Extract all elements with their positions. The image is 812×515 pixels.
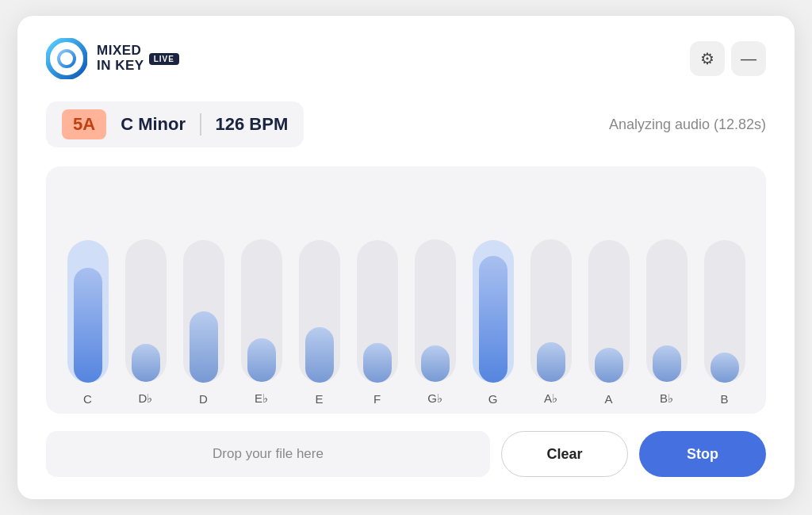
bottom-bar: Drop your file here Clear Stop (46, 431, 766, 477)
pitch-bar-label: E (315, 392, 323, 406)
pitch-bar-label: B♭ (660, 391, 673, 406)
pitch-bar-fill (247, 338, 276, 382)
minimize-button[interactable]: — (731, 41, 766, 76)
pitch-bar-item: G♭ (406, 239, 464, 406)
pitch-bar-fill (305, 327, 334, 383)
pitch-bar-item: A♭ (522, 239, 580, 406)
drop-zone-button[interactable]: Drop your file here (46, 431, 490, 477)
pitch-bar-label: D♭ (139, 391, 153, 406)
pitch-bar-item: B (695, 240, 753, 406)
pitch-bar-label: C (83, 392, 92, 406)
svg-point-0 (48, 40, 86, 78)
pitch-bar-track (67, 240, 109, 383)
pitch-bar-fill (537, 342, 565, 382)
pitch-bar-label: F (373, 392, 381, 406)
pitch-bar-item: C (59, 240, 117, 406)
pitch-bars-container: CD♭DE♭EFG♭GA♭AB♭B (46, 166, 766, 414)
pitch-bar-track (415, 239, 456, 382)
pitch-bar-item: E (290, 240, 348, 406)
pitch-bar-track (125, 239, 167, 382)
pitch-bar-item: A (580, 240, 638, 406)
pitch-bar-item: D♭ (117, 239, 174, 406)
pitch-bar-fill (421, 345, 450, 382)
clear-button[interactable]: Clear (501, 431, 628, 477)
pitch-bar-label: D (199, 392, 208, 406)
pitch-bar-fill (479, 256, 508, 383)
gear-icon: ⚙ (700, 49, 714, 68)
pitch-bar-label: A♭ (544, 391, 557, 406)
pitch-bar-track (183, 240, 224, 383)
pitch-bar-item: D (174, 240, 232, 406)
pitch-bar-label: B (720, 392, 728, 406)
pitch-bar-track (299, 240, 340, 383)
logo-area: MIXEDIN KEY LIVE (46, 38, 179, 79)
minimize-icon: — (741, 50, 756, 68)
pitch-bar-fill (74, 268, 102, 383)
app-window: MIXEDIN KEY LIVE ⚙ — 5A C Minor 126 BPM … (17, 16, 795, 499)
pitch-bar-label: G♭ (427, 391, 442, 406)
key-bpm-group: 5A C Minor 126 BPM (46, 101, 304, 147)
key-code-badge: 5A (62, 109, 106, 139)
pitch-bar-label: A (604, 392, 612, 406)
settings-button[interactable]: ⚙ (690, 41, 725, 76)
pitch-bar-fill (190, 311, 218, 383)
pitch-bar-fill (653, 345, 681, 382)
pitch-bar-fill (132, 344, 160, 382)
pitch-bar-track (357, 240, 398, 383)
pitch-bar-fill (595, 348, 623, 383)
key-name: C Minor (121, 114, 186, 135)
pitch-bar-track (704, 240, 745, 383)
bpm-value: 126 BPM (216, 114, 289, 135)
pitch-bar-item: E♭ (232, 239, 290, 406)
pitch-bar-track (473, 240, 514, 383)
logo-brand-group: MIXEDIN KEY LIVE (97, 44, 179, 73)
header-controls: ⚙ — (690, 41, 766, 76)
pitch-bar-track (241, 239, 282, 382)
status-text: Analyzing audio (12.82s) (609, 116, 766, 133)
pitch-bar-item: G (464, 240, 522, 406)
pitch-bar-fill (710, 353, 739, 383)
app-logo-icon (46, 38, 87, 79)
svg-point-1 (59, 51, 75, 67)
divider (200, 113, 201, 135)
pitch-bar-fill (363, 343, 392, 383)
pitch-bar-track (646, 239, 688, 382)
logo-live-badge: LIVE (149, 53, 179, 65)
stop-button[interactable]: Stop (639, 431, 766, 477)
pitch-bar-label: G (488, 392, 498, 406)
pitch-bar-item: F (348, 240, 406, 406)
pitch-bar-track (530, 239, 572, 382)
pitch-bar-label: E♭ (255, 391, 268, 406)
pitch-bar-item: B♭ (638, 239, 695, 406)
pitch-bar-track (588, 240, 630, 383)
info-bar: 5A C Minor 126 BPM Analyzing audio (12.8… (46, 101, 766, 147)
logo-brand-text: MIXEDIN KEY (97, 44, 144, 73)
header: MIXEDIN KEY LIVE ⚙ — (46, 38, 766, 79)
